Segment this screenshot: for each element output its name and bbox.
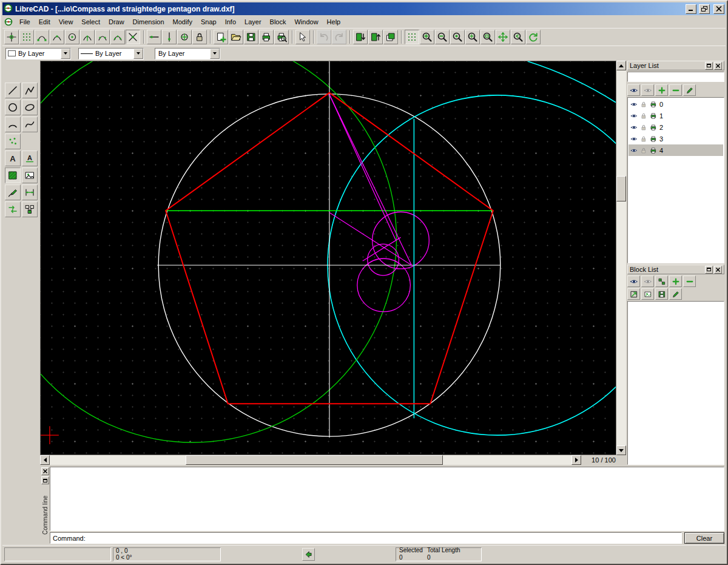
vertical-scrollbar[interactable] bbox=[616, 61, 626, 455]
scroll-up-button[interactable] bbox=[616, 61, 626, 70]
draw-order-bottom-button[interactable] bbox=[353, 30, 368, 44]
menu-window[interactable]: Window bbox=[290, 16, 322, 27]
show-all-layers-button[interactable] bbox=[627, 84, 640, 96]
command-input[interactable]: Command: bbox=[50, 532, 682, 544]
menu-modify[interactable]: Modify bbox=[169, 16, 197, 27]
layer-lock-icon[interactable] bbox=[640, 135, 647, 143]
restrict-horizontal-button[interactable] bbox=[147, 30, 161, 44]
print-button[interactable] bbox=[259, 30, 274, 44]
snap-grid-button[interactable] bbox=[19, 30, 34, 44]
layer-lock-icon[interactable] bbox=[640, 147, 647, 154]
drawing-canvas[interactable] bbox=[40, 61, 616, 455]
tool-block-button[interactable] bbox=[22, 201, 38, 217]
save-block-button[interactable] bbox=[655, 288, 668, 300]
menu-edit[interactable]: Edit bbox=[35, 16, 55, 27]
zoom-window-button[interactable] bbox=[480, 30, 495, 44]
edit-block-button[interactable] bbox=[669, 288, 682, 300]
snap-free-button[interactable] bbox=[4, 30, 19, 44]
redo-button[interactable] bbox=[332, 30, 346, 44]
layer-lock-icon[interactable] bbox=[640, 112, 647, 120]
linewidth-combobox[interactable]: By Layer bbox=[155, 48, 220, 59]
tool-line-button[interactable] bbox=[5, 83, 21, 98]
zoom-auto-button[interactable] bbox=[450, 30, 465, 44]
menu-app-icon[interactable] bbox=[4, 18, 13, 26]
remove-block-button[interactable] bbox=[683, 276, 696, 287]
menu-info[interactable]: Info bbox=[221, 16, 240, 27]
linetype-combobox[interactable]: By Layer bbox=[78, 48, 144, 59]
layer-visible-icon[interactable] bbox=[630, 135, 638, 143]
layer-filter-input[interactable] bbox=[627, 72, 724, 82]
cad-circle[interactable] bbox=[41, 61, 397, 442]
tool-spline-button[interactable] bbox=[22, 117, 38, 132]
menu-select[interactable]: Select bbox=[77, 16, 104, 27]
menu-view[interactable]: View bbox=[55, 16, 78, 27]
snap-middle-button[interactable] bbox=[80, 30, 95, 44]
layer-row-4[interactable]: 4 bbox=[629, 144, 723, 156]
cad-line[interactable] bbox=[329, 95, 411, 265]
menu-dimension[interactable]: Dimension bbox=[129, 16, 169, 27]
color-combobox[interactable]: By Layer bbox=[5, 48, 71, 59]
toggle-block-visibility-button[interactable] bbox=[655, 276, 668, 287]
set-relative-zero-button[interactable] bbox=[177, 30, 192, 44]
add-layer-button[interactable] bbox=[655, 84, 668, 96]
snap-intersection-button[interactable] bbox=[126, 30, 140, 44]
horizontal-scrollbar[interactable] bbox=[40, 455, 581, 465]
rename-block-button[interactable] bbox=[641, 288, 654, 300]
scroll-left-button[interactable] bbox=[40, 455, 50, 465]
layer-print-icon[interactable] bbox=[650, 112, 657, 120]
menu-draw[interactable]: Draw bbox=[104, 16, 129, 27]
layer-row-2[interactable]: 2 bbox=[629, 121, 723, 133]
scroll-right-button[interactable] bbox=[571, 455, 581, 465]
open-drawing-button[interactable] bbox=[229, 30, 243, 44]
minimize-button[interactable] bbox=[686, 4, 696, 14]
layer-row-0[interactable]: 0 bbox=[629, 98, 723, 110]
menu-layer[interactable]: Layer bbox=[240, 16, 266, 27]
layer-visible-icon[interactable] bbox=[630, 124, 638, 131]
tool-point-button[interactable] bbox=[5, 134, 21, 149]
edit-layer-button[interactable] bbox=[683, 84, 696, 96]
layer-print-icon[interactable] bbox=[650, 124, 657, 131]
linetype-dropdown-button[interactable] bbox=[133, 49, 143, 59]
hide-all-blocks-button[interactable] bbox=[641, 276, 654, 287]
print-preview-button[interactable] bbox=[274, 30, 289, 44]
zoom-previous-button[interactable] bbox=[511, 30, 525, 44]
undo-button[interactable] bbox=[317, 30, 331, 44]
menu-block[interactable]: Block bbox=[266, 16, 291, 27]
zoom-out-button[interactable] bbox=[435, 30, 450, 44]
draw-order-raise-button[interactable] bbox=[368, 30, 383, 44]
cad-arc[interactable] bbox=[528, 61, 616, 103]
show-all-blocks-button[interactable] bbox=[627, 276, 640, 287]
layer-lock-icon[interactable] bbox=[640, 101, 647, 108]
layer-list-float-button[interactable] bbox=[705, 62, 713, 70]
tool-polyline-edit-button[interactable] bbox=[5, 184, 21, 200]
tool-circle-button[interactable] bbox=[5, 100, 21, 115]
layer-row-1[interactable]: 1 bbox=[629, 110, 723, 121]
select-pointer-button[interactable] bbox=[295, 30, 310, 44]
tool-image-button[interactable] bbox=[22, 167, 38, 183]
command-history[interactable] bbox=[50, 467, 724, 531]
tool-arc-button[interactable] bbox=[5, 117, 21, 132]
scroll-down-button[interactable] bbox=[616, 445, 626, 455]
block-list-close-button[interactable] bbox=[714, 266, 722, 274]
draw-order-top-button[interactable] bbox=[383, 30, 398, 44]
clear-button[interactable]: Clear bbox=[684, 532, 724, 544]
restore-button[interactable] bbox=[699, 4, 710, 14]
new-drawing-button[interactable] bbox=[214, 30, 228, 44]
save-drawing-button[interactable] bbox=[244, 30, 258, 44]
cad-circle[interactable] bbox=[368, 244, 399, 276]
hide-all-layers-button[interactable] bbox=[641, 84, 654, 96]
linewidth-dropdown-button[interactable] bbox=[210, 49, 220, 59]
layer-visible-icon[interactable] bbox=[630, 101, 638, 108]
horizontal-scroll-thumb[interactable] bbox=[186, 455, 443, 465]
zoom-point-button[interactable] bbox=[465, 30, 480, 44]
layer-list-close-button[interactable] bbox=[714, 62, 722, 70]
zoom-in-button[interactable] bbox=[420, 30, 434, 44]
menu-help[interactable]: Help bbox=[323, 16, 345, 27]
close-button[interactable] bbox=[713, 4, 724, 14]
layer-visible-icon[interactable] bbox=[630, 147, 638, 154]
zoom-pan-button[interactable] bbox=[496, 30, 510, 44]
add-block-button[interactable] bbox=[669, 276, 682, 287]
layer-print-icon[interactable] bbox=[650, 147, 657, 154]
cad-circle[interactable] bbox=[372, 212, 430, 269]
snap-distance-button[interactable] bbox=[95, 30, 110, 44]
